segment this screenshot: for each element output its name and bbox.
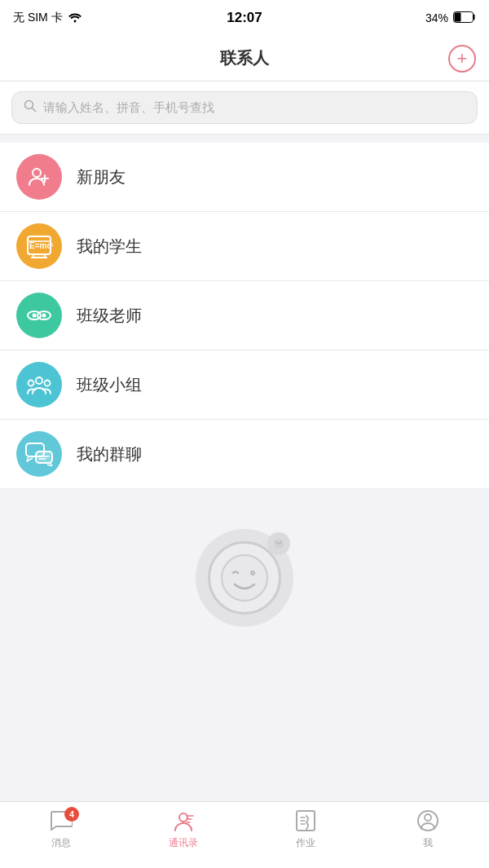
me-icon [416, 809, 440, 833]
group-chat-label: 我的群聊 [77, 443, 142, 465]
svg-point-17 [36, 377, 42, 384]
svg-rect-1 [455, 12, 461, 21]
empty-area [0, 488, 489, 668]
contacts-icon [171, 809, 196, 833]
new-friends-icon [16, 154, 62, 200]
list-item-my-students[interactable]: E=mc² 我的学生 [0, 212, 489, 281]
status-bar: 无 SIM 卡 12:07 34% [0, 0, 489, 36]
list-item-class-group[interactable]: 班级小组 [0, 350, 489, 420]
tab-item-messages[interactable]: 4 消息 [0, 809, 122, 850]
wink-emoji [208, 541, 281, 615]
battery-percent: 34% [425, 11, 448, 24]
class-teacher-icon [16, 293, 62, 338]
svg-text:E=mc²: E=mc² [29, 241, 53, 250]
homework-icon [293, 809, 318, 833]
svg-rect-21 [36, 452, 52, 463]
status-time: 12:07 [227, 10, 262, 26]
svg-point-24 [274, 539, 284, 549]
list-item-group-chat[interactable]: 我的群聊 [0, 420, 489, 488]
svg-line-3 [33, 108, 36, 112]
search-container: 请输入姓名、拼音、手机号查找 [0, 82, 489, 134]
svg-point-25 [222, 555, 267, 601]
status-right: 34% [425, 11, 476, 25]
contacts-list: 新朋友 E=mc² 我的学生 班级老师 [0, 143, 489, 488]
face-dot [267, 532, 290, 555]
tab-item-contacts[interactable]: 通讯录 [122, 809, 244, 850]
status-left: 无 SIM 卡 [13, 11, 82, 25]
svg-point-18 [29, 381, 34, 386]
svg-point-28 [179, 813, 187, 822]
svg-point-37 [425, 814, 431, 821]
nav-bar: 联系人 + [0, 36, 489, 82]
new-friends-label: 新朋友 [77, 166, 126, 188]
messages-label: 消息 [51, 836, 71, 850]
me-label: 我 [423, 836, 433, 850]
search-placeholder: 请输入姓名、拼音、手机号查找 [43, 100, 214, 116]
my-students-icon: E=mc² [16, 223, 62, 269]
class-group-label: 班级小组 [77, 374, 142, 396]
svg-point-27 [252, 572, 254, 575]
list-item-class-teacher[interactable]: 班级老师 [0, 281, 489, 350]
svg-point-4 [33, 169, 41, 177]
homework-label: 作业 [296, 836, 315, 850]
svg-point-15 [33, 314, 37, 318]
tab-item-homework[interactable]: 作业 [244, 809, 367, 850]
carrier-text: 无 SIM 卡 [13, 11, 63, 25]
tab-item-me[interactable]: 我 [367, 809, 489, 850]
tab-bar: 4 消息 通讯录 作业 [0, 801, 489, 868]
contacts-label: 通讯录 [169, 836, 198, 850]
class-teacher-label: 班级老师 [77, 305, 142, 327]
svg-point-19 [45, 381, 51, 386]
group-chat-icon [16, 431, 62, 477]
search-icon [24, 99, 37, 116]
plus-icon: + [457, 48, 468, 69]
wink-face [196, 529, 293, 627]
battery-icon [453, 11, 476, 25]
add-contact-button[interactable]: + [448, 45, 476, 73]
svg-rect-32 [297, 811, 315, 831]
list-item-new-friends[interactable]: 新朋友 [0, 143, 489, 212]
wifi-icon [68, 11, 82, 25]
page-title: 联系人 [220, 47, 269, 69]
search-bar[interactable]: 请输入姓名、拼音、手机号查找 [11, 91, 478, 124]
messages-badge: 4 [64, 807, 79, 822]
class-group-icon [16, 362, 62, 408]
svg-point-16 [42, 314, 46, 318]
my-students-label: 我的学生 [77, 236, 142, 258]
